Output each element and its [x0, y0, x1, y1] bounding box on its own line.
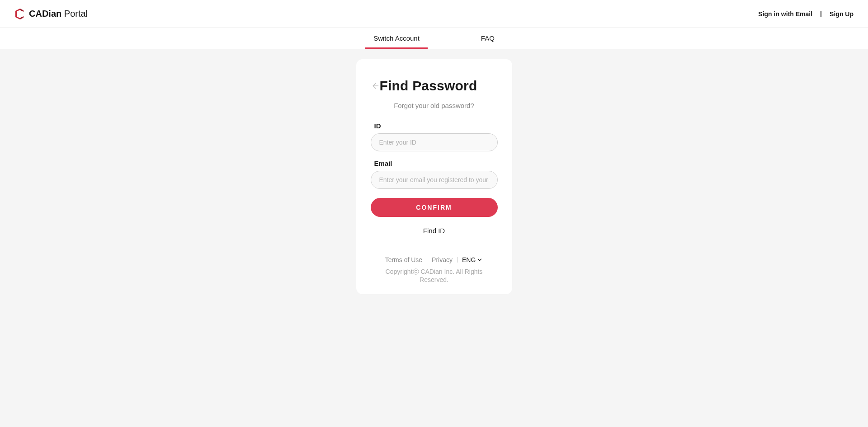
email-input[interactable] — [371, 171, 498, 189]
terms-link[interactable]: Terms of Use — [385, 256, 422, 263]
id-input[interactable] — [371, 133, 498, 151]
page-subtitle: Forgot your old password? — [371, 102, 498, 109]
footer-sep — [427, 257, 427, 263]
brand-name: CADian Portal — [29, 9, 88, 19]
find-password-card: Find Password Forgot your old password? … — [356, 59, 512, 294]
page-main: Find Password Forgot your old password? … — [0, 49, 868, 294]
footer-links: Terms of Use Privacy ENG — [371, 256, 498, 263]
copyright-text: Copyrightⓒ CADian Inc. All Rights Reserv… — [371, 268, 498, 283]
tab-switch-account[interactable]: Switch Account — [365, 28, 428, 49]
find-id-link[interactable]: Find ID — [371, 227, 498, 235]
privacy-link[interactable]: Privacy — [432, 256, 453, 263]
footer-sep — [457, 257, 458, 263]
brand[interactable]: CADian Portal — [14, 8, 88, 20]
confirm-button[interactable]: CONFIRM — [371, 198, 498, 217]
app-header: CADian Portal Sign in with Email Sign Up — [0, 0, 868, 28]
page-title: Find Password — [380, 78, 477, 94]
header-right: Sign in with Email Sign Up — [758, 10, 854, 18]
signin-link[interactable]: Sign in with Email — [758, 10, 812, 18]
brand-logo-icon — [14, 8, 25, 20]
language-label: ENG — [462, 256, 476, 263]
tab-faq[interactable]: FAQ — [473, 28, 503, 49]
email-label: Email — [371, 160, 498, 167]
signup-link[interactable]: Sign Up — [830, 10, 854, 18]
language-selector[interactable]: ENG — [462, 256, 483, 263]
id-field-group: ID — [371, 122, 498, 151]
email-field-group: Email — [371, 160, 498, 189]
chevron-down-icon — [476, 257, 483, 263]
back-arrow-icon[interactable] — [371, 80, 379, 91]
id-label: ID — [371, 122, 498, 130]
tabs-bar: Switch Account FAQ — [0, 28, 868, 49]
card-footer: Terms of Use Privacy ENG Copyrightⓒ CADi… — [371, 256, 498, 283]
header-divider — [821, 11, 821, 17]
